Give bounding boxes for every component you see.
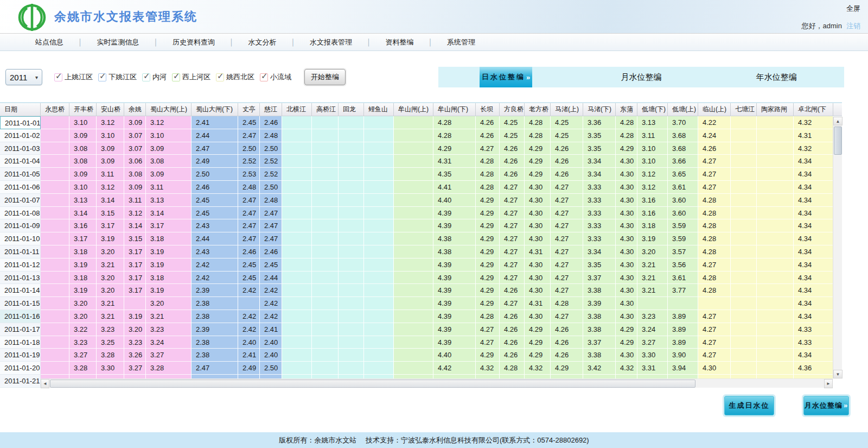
- value-cell[interactable]: 4.28: [525, 129, 551, 142]
- value-cell[interactable]: 4.34: [794, 181, 833, 194]
- value-cell[interactable]: 3.18: [637, 219, 668, 232]
- fullscreen-link[interactable]: 全屏: [846, 4, 860, 14]
- value-cell[interactable]: 4.27: [551, 284, 583, 297]
- value-cell[interactable]: 4.26: [551, 142, 583, 155]
- value-cell[interactable]: 3.35: [583, 129, 616, 142]
- value-cell[interactable]: 4.27: [551, 245, 583, 258]
- value-cell[interactable]: 2.47: [238, 129, 260, 142]
- value-cell[interactable]: [364, 194, 394, 207]
- value-cell[interactable]: 4.27: [698, 310, 731, 323]
- value-cell[interactable]: 4.29: [616, 336, 637, 349]
- value-cell[interactable]: 3.59: [668, 219, 698, 232]
- value-cell[interactable]: 2.44: [192, 232, 238, 245]
- value-cell[interactable]: 3.21: [637, 284, 668, 297]
- value-cell[interactable]: 3.26: [124, 349, 146, 362]
- value-cell[interactable]: 3.42: [583, 362, 616, 375]
- value-cell[interactable]: 3.61: [668, 272, 698, 285]
- value-cell[interactable]: [731, 194, 757, 207]
- column-header-14[interactable]: 牟山闸(下): [433, 103, 476, 116]
- checkbox[interactable]: ✓: [172, 73, 180, 81]
- region-checkbox-2[interactable]: ✓ 内河: [142, 72, 167, 82]
- value-cell[interactable]: [757, 349, 794, 362]
- value-cell[interactable]: [339, 181, 364, 194]
- nav-item-5[interactable]: 资料整编: [371, 37, 429, 47]
- value-cell[interactable]: 3.37: [583, 272, 616, 285]
- value-cell[interactable]: 3.34: [583, 155, 616, 168]
- value-cell[interactable]: [339, 362, 364, 375]
- value-cell[interactable]: [282, 258, 312, 272]
- value-cell[interactable]: 3.33: [583, 194, 616, 207]
- nav-item-2[interactable]: 历史资料查询: [158, 37, 229, 47]
- value-cell[interactable]: 4.28: [698, 284, 731, 297]
- nav-item-3[interactable]: 水文分析: [234, 37, 291, 47]
- value-cell[interactable]: [757, 336, 794, 349]
- value-cell[interactable]: [731, 336, 757, 349]
- value-cell[interactable]: [282, 272, 312, 285]
- date-cell[interactable]: 2011-01-20: [0, 362, 41, 375]
- value-cell[interactable]: 3.06: [124, 155, 146, 168]
- value-cell[interactable]: 3.68: [668, 129, 698, 142]
- value-cell[interactable]: [731, 258, 757, 272]
- value-cell[interactable]: 4.32: [794, 116, 833, 129]
- value-cell[interactable]: 2.52: [260, 155, 282, 168]
- value-cell[interactable]: [41, 258, 69, 272]
- value-cell[interactable]: 4.39: [433, 297, 476, 310]
- value-cell[interactable]: 4.27: [500, 194, 525, 207]
- value-cell[interactable]: 4.27: [551, 272, 583, 285]
- value-cell[interactable]: 3.07: [124, 142, 146, 155]
- value-cell[interactable]: 4.30: [616, 297, 637, 310]
- value-cell[interactable]: [731, 297, 757, 310]
- year-select[interactable]: 2011 ▾: [5, 69, 42, 85]
- value-cell[interactable]: 3.08: [69, 142, 97, 155]
- value-cell[interactable]: 4.25: [500, 116, 525, 129]
- value-cell[interactable]: 3.12: [146, 116, 192, 129]
- date-cell[interactable]: 2011-01-11: [0, 245, 41, 258]
- column-header-22[interactable]: 低塘(上): [668, 103, 698, 116]
- value-cell[interactable]: [41, 272, 69, 285]
- value-cell[interactable]: 4.34: [794, 310, 833, 323]
- value-cell[interactable]: [394, 323, 433, 336]
- value-cell[interactable]: 4.29: [525, 349, 551, 362]
- value-cell[interactable]: 3.16: [637, 207, 668, 220]
- value-cell[interactable]: 2.42: [260, 284, 282, 297]
- value-cell[interactable]: 2.43: [192, 219, 238, 232]
- value-cell[interactable]: 4.30: [616, 207, 637, 220]
- value-cell[interactable]: 4.27: [500, 258, 525, 272]
- value-cell[interactable]: 4.29: [525, 155, 551, 168]
- value-cell[interactable]: [41, 297, 69, 310]
- value-cell[interactable]: 2.42: [192, 272, 238, 285]
- column-header-0[interactable]: 日期: [0, 103, 41, 116]
- value-cell[interactable]: 3.17: [124, 258, 146, 272]
- value-cell[interactable]: 2.46: [192, 181, 238, 194]
- value-cell[interactable]: 4.26: [500, 323, 525, 336]
- value-cell[interactable]: 4.27: [500, 297, 525, 310]
- vertical-scroll-thumb[interactable]: [834, 127, 842, 155]
- value-cell[interactable]: [339, 207, 364, 220]
- value-cell[interactable]: 4.33: [794, 323, 833, 336]
- value-cell[interactable]: 4.25: [551, 129, 583, 142]
- value-cell[interactable]: 3.09: [97, 155, 124, 168]
- value-cell[interactable]: 3.24: [637, 323, 668, 336]
- value-cell[interactable]: 2.38: [192, 349, 238, 362]
- value-cell[interactable]: [339, 219, 364, 232]
- column-header-7[interactable]: 丈亭: [238, 103, 260, 116]
- value-cell[interactable]: [282, 284, 312, 297]
- value-cell[interactable]: [731, 116, 757, 129]
- value-cell[interactable]: [282, 129, 312, 142]
- value-cell[interactable]: [282, 142, 312, 155]
- value-cell[interactable]: [41, 245, 69, 258]
- region-checkbox-5[interactable]: ✓ 小流域: [260, 72, 291, 82]
- value-cell[interactable]: 2.45: [260, 258, 282, 272]
- value-cell[interactable]: [41, 142, 69, 155]
- value-cell[interactable]: 4.27: [698, 349, 731, 362]
- value-cell[interactable]: 3.18: [69, 245, 97, 258]
- value-cell[interactable]: [364, 116, 394, 129]
- value-cell[interactable]: 2.46: [260, 116, 282, 129]
- date-cell[interactable]: 2011-01-14: [0, 284, 41, 297]
- value-cell[interactable]: 3.16: [637, 194, 668, 207]
- value-cell[interactable]: 3.20: [637, 245, 668, 258]
- region-checkbox-4[interactable]: ✓ 姚西北区: [216, 72, 254, 82]
- value-cell[interactable]: 3.34: [583, 168, 616, 181]
- value-cell[interactable]: 4.30: [616, 168, 637, 181]
- value-cell[interactable]: 4.29: [476, 219, 500, 232]
